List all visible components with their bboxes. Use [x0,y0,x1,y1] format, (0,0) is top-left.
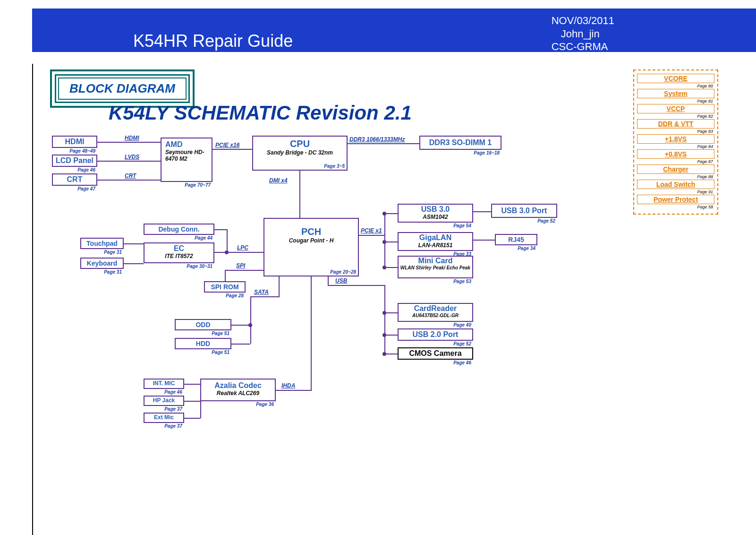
bus-lvds: LVDS [125,154,139,160]
bus-ddr3: DDR3 1066/1333MHz [349,136,405,143]
bus-dmi: DMI x4 [269,177,288,184]
rail-power-protect: Power ProtectPage 58 [637,195,714,204]
header-author: John_jin [552,27,614,41]
guide-title: K54HR Repair Guide [133,31,293,51]
bus-sata: SATA [254,289,269,295]
header-meta: NOV/03/2011 John_jin CSC-GRMA [552,14,614,53]
bus-pcie-x1: PCIE x1 [361,227,382,234]
rail-vcore: VCOREPage 80 [637,74,714,83]
block-azalia: Azalia Codec Realtek ALC269 Page 36 [200,379,276,401]
block-crt: CRTPage 47 [52,173,97,186]
rail-vccp: VCCPPage 82 [637,104,714,113]
block-cardreader: CardReader AU6437B52-GDL-GR Page 40 [398,303,473,322]
bus-ihda: IHDA [281,382,295,389]
block-int-mic: INT. MICPage 46 [144,379,184,389]
bus-hdmi: HDMI [125,135,139,141]
rail-08vs: +0.8VSPage 87 [637,149,714,159]
block-usb3-port: USB 3.0 PortPage 52 [491,204,557,218]
rail-18vs: +1.8VSPage 84 [637,134,714,144]
rail-system: SystemPage 81 [637,89,714,98]
block-cmos-camera: CMOS CameraPage 46 [398,347,473,360]
block-ddr: DDR3 SO-DIMM 1Page 16~18 [419,136,501,150]
block-usb3: USB 3.0 ASM1042 Page 54 [398,204,473,223]
block-ec: EC ITE IT8572 Page 30~31 [144,242,214,263]
rail-ddr-vtt: DDR & VTTPage 83 [637,119,714,129]
block-rj45: RJ45Page 34 [495,234,537,245]
header-dept: CSC-GRMA [552,40,614,53]
block-spi-rom: SPI ROMPage 28 [204,281,246,293]
block-cpu: CPU Sandy Bridge - DC 32nm Page 3~5 [252,136,348,171]
rail-load-switch: Load SwitchPage 91 [637,180,714,189]
block-mini-card: Mini Card WLAN Shirley Peak/ Echo Peak P… [398,256,473,278]
block-pch: PCH Cougar Point - H Page 20~28 [263,218,359,276]
block-debug-conn: Debug Conn.Page 44 [144,224,214,235]
bus-pcie-x16: PCIE x16 [215,142,239,148]
page: K54HR Repair Guide NOV/03/2011 John_jin … [0,0,756,535]
block-amd: AMD Seymoure HD-6470 M2 Page 70~77 [161,138,212,182]
block-hp-jack: HP JackPage 37 [144,396,184,406]
block-ext-mic: Ext MicPage 37 [144,413,184,423]
block-hdd: HDDPage 51 [175,338,231,349]
bus-lpc: LPC [237,244,248,251]
block-odd: ODDPage 51 [175,319,231,330]
power-rails: VCOREPage 80 SystemPage 81 VCCPPage 82 D… [633,69,718,215]
bus-usb: USB [335,277,347,284]
block-gigalan: GigaLAN LAN-AR8151 Page 33 [398,232,473,251]
block-hdmi: HDMIPage 48~49 [52,136,97,148]
diagram-canvas: BLOCK DIAGRAM K54LY SCHEMATIC Revision 2… [32,64,747,535]
block-keyboard: KeyboardPage 31 [80,258,124,269]
block-usb2-port: USB 2.0 PortPage 52 [398,328,473,341]
block-lcd-panel: LCD PanelPage 46 [52,155,97,167]
schematic-title: K54LY SCHEMATIC Revision 2.1 [109,102,412,124]
block-touchpad: TouchpadPage 31 [80,238,124,249]
rail-charger: ChargerPage 88 [637,164,714,174]
header-bar: K54HR Repair Guide NOV/03/2011 John_jin … [32,9,756,52]
block-diagram-label: BLOCK DIAGRAM [58,78,187,100]
bus-spi: SPI [236,262,245,269]
header-date: NOV/03/2011 [552,14,614,27]
bus-crt: CRT [125,173,136,179]
